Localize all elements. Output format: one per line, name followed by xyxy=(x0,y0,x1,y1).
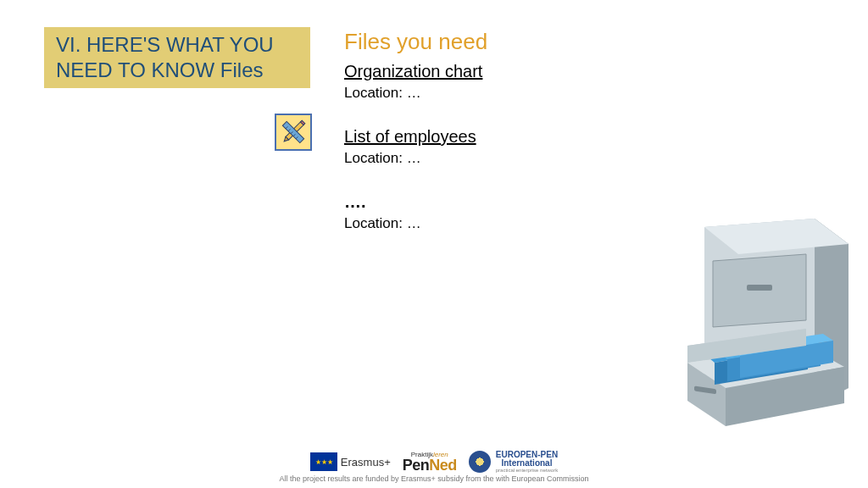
europen-logo: EUROPEN-PEN International practical ente… xyxy=(469,451,558,473)
globe-icon xyxy=(469,451,491,473)
file-location: Location: … xyxy=(344,85,649,102)
file-title: …. xyxy=(344,192,649,212)
file-title: List of employees xyxy=(344,127,649,147)
footer-logos: ★ ★ ★ Erasmus+ Praktijkleren PenNed EURO… xyxy=(0,451,868,473)
file-location: Location: … xyxy=(344,150,649,167)
slide-title-box: VI. HERE'S WHAT YOU NEED TO KNOW Files xyxy=(44,27,310,88)
erasmus-text: Erasmus+ xyxy=(341,456,391,469)
content-area: Files you need Organization chart Locati… xyxy=(344,29,649,232)
footer-disclaimer: All the project results are funded by Er… xyxy=(0,474,868,483)
footer: ★ ★ ★ Erasmus+ Praktijkleren PenNed EURO… xyxy=(0,451,868,483)
svg-rect-14 xyxy=(747,285,772,291)
content-heading: Files you need xyxy=(344,29,649,55)
erasmus-logo: ★ ★ ★ Erasmus+ xyxy=(310,452,391,471)
slide: VI. HERE'S WHAT YOU NEED TO KNOW Files F… xyxy=(0,0,868,488)
filing-cabinet-icon xyxy=(679,219,853,439)
penned-logo: Praktijkleren PenNed xyxy=(403,452,457,471)
file-title: Organization chart xyxy=(344,62,649,81)
slide-title: VI. HERE'S WHAT YOU NEED TO KNOW Files xyxy=(56,32,298,83)
pencil-ruler-icon xyxy=(275,114,312,151)
eu-flag-icon: ★ ★ ★ xyxy=(310,452,337,471)
file-location: Location: … xyxy=(344,215,649,232)
